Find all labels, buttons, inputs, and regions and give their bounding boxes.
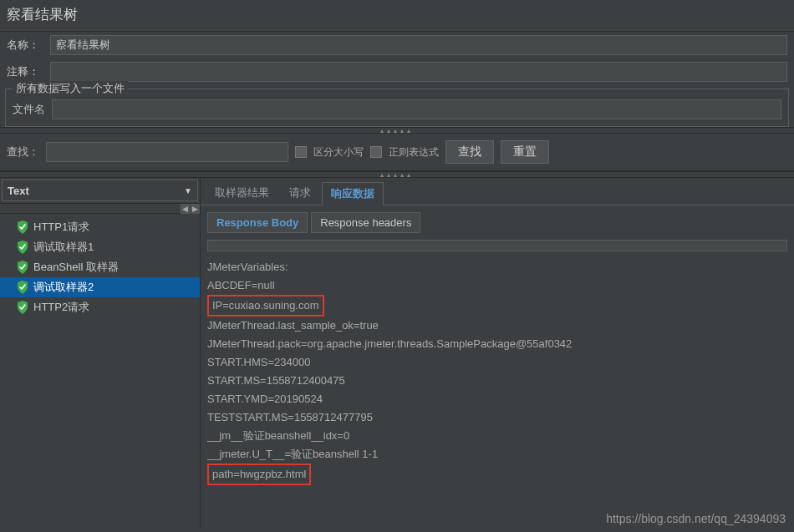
filename-input[interactable] <box>52 99 781 119</box>
response-subtabs: Response BodyResponse headers <box>201 205 794 233</box>
tree-item[interactable]: HTTP1请求 <box>0 217 200 237</box>
search-input[interactable] <box>46 142 288 162</box>
response-line: START.MS=1558712400475 <box>207 372 787 390</box>
response-body-text[interactable]: JMeterVariables:ABCDEF=nullIP=cuxiao.sun… <box>201 251 794 492</box>
tab[interactable]: 取样器结果 <box>206 181 278 205</box>
file-output-legend: 所有数据写入一个文件 <box>13 81 128 96</box>
renderer-combo[interactable]: Text ▼ <box>2 180 198 201</box>
case-sensitive-label: 区分大小写 <box>313 145 364 160</box>
regex-checkbox[interactable] <box>370 146 382 158</box>
response-line: __jm__验证beanshell__idx=0 <box>207 427 787 445</box>
tree-item[interactable]: HTTP2请求 <box>0 297 200 317</box>
chevron-down-icon: ▼ <box>184 186 192 195</box>
tree-item-label: HTTP2请求 <box>33 300 89 315</box>
tree-item[interactable]: 调试取样器1 <box>0 237 200 257</box>
response-line: START.HMS=234000 <box>207 353 787 372</box>
tree-item-label: 调试取样器1 <box>33 240 94 255</box>
highlighted-value: path=hwgzpbz.html <box>207 464 311 485</box>
window-title: 察看结果树 <box>0 0 794 32</box>
reset-button[interactable]: 重置 <box>501 140 549 164</box>
tree-item[interactable]: 调试取样器2 <box>0 277 200 297</box>
results-tree[interactable]: HTTP1请求调试取样器1BeanShell 取样器调试取样器2HTTP2请求 <box>0 214 200 529</box>
success-shield-icon <box>17 241 28 254</box>
splitter-top[interactable]: ▴▴▴▴▴ <box>0 127 794 134</box>
success-shield-icon <box>17 261 28 274</box>
renderer-value: Text <box>8 185 29 197</box>
file-output-group: 所有数据写入一个文件 文件名 <box>5 89 789 127</box>
response-line: JMeterThread.pack=org.apache.jmeter.thre… <box>207 335 787 353</box>
subtab[interactable]: Response Body <box>207 212 308 233</box>
tree-item[interactable]: BeanShell 取样器 <box>0 257 200 277</box>
response-search-box[interactable] <box>207 240 787 251</box>
comment-input[interactable] <box>50 62 787 82</box>
case-sensitive-checkbox[interactable] <box>295 146 307 158</box>
tree-item-label: HTTP1请求 <box>33 220 89 235</box>
response-line: __jmeter.U_T__=验证beanshell 1-1 <box>207 445 787 464</box>
find-button[interactable]: 查找 <box>445 140 494 164</box>
subtab[interactable]: Response headers <box>311 212 420 233</box>
right-pane: 取样器结果请求响应数据 Response BodyResponse header… <box>201 178 794 529</box>
success-shield-icon <box>17 301 28 314</box>
search-label: 查找： <box>7 144 39 160</box>
tree-hscroll[interactable]: ◀ ▶ <box>0 204 200 214</box>
scroll-left-icon[interactable]: ◀ <box>180 204 190 214</box>
response-line: IP=cuxiao.suning.com <box>207 295 787 317</box>
left-pane: Text ▼ ◀ ▶ HTTP1请求调试取样器1BeanShell 取样器调试取… <box>0 178 201 529</box>
tree-item-label: 调试取样器2 <box>33 280 94 295</box>
name-input[interactable] <box>50 35 787 55</box>
response-line: path=hwgzpbz.html <box>207 464 787 485</box>
comment-label: 注释： <box>7 64 45 79</box>
response-line: ABCDEF=null <box>207 276 787 295</box>
response-line: START.YMD=20190524 <box>207 390 787 408</box>
success-shield-icon <box>17 281 28 294</box>
highlighted-value: IP=cuxiao.suning.com <box>207 295 324 317</box>
watermark: https://blog.csdn.net/qq_24394093 <box>606 512 786 525</box>
name-label: 名称： <box>7 38 45 53</box>
response-line: TESTSTART.MS=1558712477795 <box>207 408 787 427</box>
scroll-right-icon[interactable]: ▶ <box>190 204 200 214</box>
response-line: JMeterThread.last_sample_ok=true <box>207 317 787 335</box>
tab[interactable]: 请求 <box>280 181 320 205</box>
tree-item-label: BeanShell 取样器 <box>33 260 119 275</box>
result-tabs: 取样器结果请求响应数据 <box>201 178 794 205</box>
splitter-mid[interactable]: ▴▴▴▴▴ <box>0 171 794 178</box>
response-line: JMeterVariables: <box>207 258 787 276</box>
tab[interactable]: 响应数据 <box>322 182 384 205</box>
filename-label: 文件名 <box>13 102 45 117</box>
regex-label: 正则表达式 <box>389 145 439 160</box>
success-shield-icon <box>17 220 28 234</box>
